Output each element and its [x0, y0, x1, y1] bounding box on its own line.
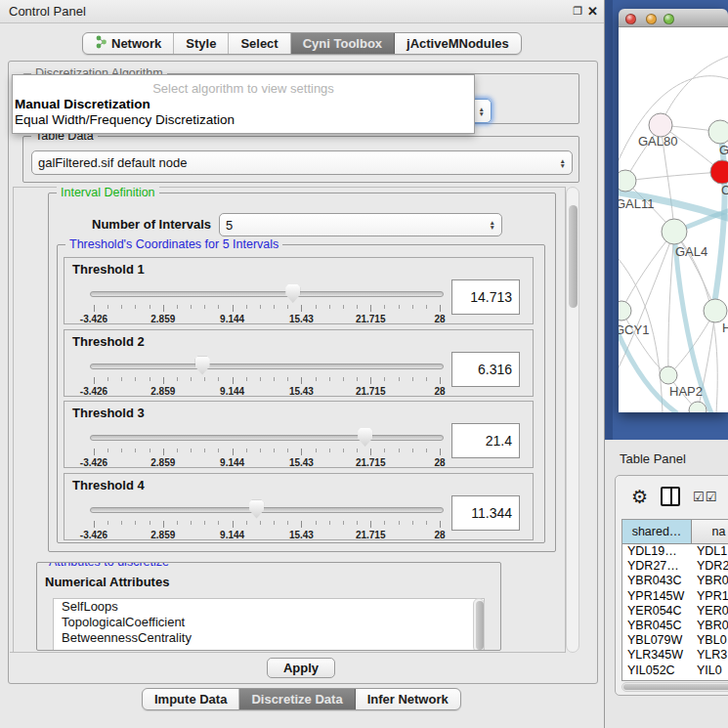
- slider-minor-tick: [246, 377, 247, 381]
- slider-major-tick: [233, 449, 234, 455]
- threshold-slider[interactable]: -3.4262.8599.14415.4321.71528: [90, 283, 444, 324]
- slider-tick-label: 15.43: [289, 386, 314, 397]
- tab-style[interactable]: Style: [174, 33, 229, 54]
- attribute-list-item[interactable]: SelfLoops: [54, 599, 484, 615]
- network-node-red-node[interactable]: [710, 160, 728, 184]
- mac-close-button[interactable]: [625, 14, 636, 24]
- main-vertical-scrollbar[interactable]: [566, 187, 579, 653]
- threshold-label: Threshold 4: [72, 478, 145, 492]
- table-row[interactable]: YDR27…YDR2: [622, 559, 728, 574]
- numerical-attributes-list[interactable]: SelfLoopsTopologicalCoefficientBetweenne…: [53, 598, 485, 651]
- tab-jactivemnodules[interactable]: jActiveMNodules: [395, 33, 521, 54]
- threshold-slider[interactable]: -3.4262.8599.14415.4321.71528: [90, 427, 444, 468]
- cell-shared-name: YDL19…: [622, 544, 692, 559]
- close-panel-icon[interactable]: ✕: [587, 4, 598, 19]
- table-row[interactable]: YER054CYER0: [622, 604, 728, 619]
- attribute-list-item[interactable]: BetweennessCentrality: [54, 630, 484, 646]
- tab-select[interactable]: Select: [229, 33, 290, 54]
- threshold-slider[interactable]: -3.4262.8599.14415.4321.71528: [90, 499, 444, 540]
- slider-thumb[interactable]: [195, 357, 210, 375]
- split-columns-icon[interactable]: [661, 487, 680, 506]
- network-node-node-right-mid[interactable]: [704, 299, 727, 322]
- threshold-value-field[interactable]: 14.713: [451, 279, 520, 315]
- threshold-label: Threshold 3: [72, 406, 145, 420]
- slider-minor-tick: [384, 305, 385, 309]
- cell-name: YPR1: [692, 589, 728, 604]
- tab-label: Style: [186, 36, 216, 51]
- tab-network[interactable]: Network: [83, 33, 174, 54]
- slider-track[interactable]: [90, 507, 444, 513]
- slider-minor-tick: [426, 521, 427, 525]
- slider-track[interactable]: [90, 291, 444, 297]
- number-of-intervals-combobox[interactable]: 5 ▲▼: [219, 213, 502, 236]
- slider-track[interactable]: [90, 364, 444, 369]
- scrollbar-thumb[interactable]: [476, 601, 484, 650]
- slider-minor-tick: [287, 377, 288, 381]
- cell-shared-name: YBR043C: [622, 574, 692, 588]
- mac-zoom-button[interactable]: [664, 14, 674, 24]
- network-node-HAP2[interactable]: [660, 366, 677, 384]
- slider-minor-tick: [135, 449, 136, 452]
- slider-minor-tick: [426, 449, 427, 452]
- table-row[interactable]: YPR145WYPR1: [622, 589, 728, 604]
- network-edge[interactable]: [621, 311, 668, 375]
- scrollbar-thumb[interactable]: [569, 205, 578, 308]
- table-horizontal-scrollbar[interactable]: [621, 682, 728, 692]
- bottom-tab-discretize-data[interactable]: Discretize Data: [239, 689, 355, 709]
- slider-thumb[interactable]: [285, 284, 300, 303]
- network-window-titlebar[interactable]: [619, 9, 728, 27]
- table-data-combobox[interactable]: galFiltered.sif default node ▲▼: [31, 150, 573, 175]
- checkbox-icons[interactable]: ☑☑: [693, 490, 717, 504]
- tab-cyni-toolbox[interactable]: Cyni Toolbox: [291, 33, 395, 54]
- slider-minor-tick: [316, 377, 317, 381]
- table-row[interactable]: YBL079WYBL0: [622, 633, 728, 648]
- network-node-node-top-right[interactable]: [708, 120, 728, 144]
- network-edge[interactable]: [625, 172, 722, 181]
- table-row[interactable]: YBR045CYBR0: [622, 619, 728, 633]
- threshold-value-field[interactable]: 6.316: [451, 352, 520, 387]
- network-node-node-bottom[interactable]: [689, 402, 707, 412]
- slider-major-tick: [94, 305, 95, 312]
- bottom-tab-impute-data[interactable]: Impute Data: [143, 689, 239, 709]
- gear-icon[interactable]: ⚙: [631, 488, 648, 506]
- algorithm-option[interactable]: Manual Discretization: [13, 96, 474, 111]
- column-header-name[interactable]: na: [692, 520, 728, 543]
- slider-track[interactable]: [90, 435, 444, 441]
- column-header-shared-name[interactable]: shared…: [622, 520, 692, 543]
- threshold-value-field[interactable]: 11.344: [451, 495, 520, 531]
- table-row[interactable]: YBR043CYBR0: [622, 574, 728, 588]
- network-canvas[interactable]: GAL80GACGAL11GAL4GCY1HHAP2: [619, 27, 728, 412]
- slider-major-tick: [94, 377, 95, 384]
- scrollbar-thumb[interactable]: [623, 684, 728, 690]
- float-window-icon[interactable]: ❐: [573, 5, 582, 18]
- mac-minimize-button[interactable]: [646, 14, 657, 24]
- slider-minor-tick: [107, 305, 108, 309]
- table-row[interactable]: YLR345WYLR3: [622, 648, 728, 663]
- slider-tick-label: -3.426: [80, 530, 107, 540]
- algorithm-option[interactable]: Equal Width/Frequency Discretization: [13, 111, 474, 127]
- slider-major-tick: [301, 377, 302, 384]
- threshold-value-field[interactable]: 21.4: [451, 423, 520, 458]
- network-node-GAL11[interactable]: [619, 170, 636, 192]
- apply-button[interactable]: Apply: [267, 658, 335, 678]
- table-data-group: Table Data galFiltered.sif default node …: [22, 136, 579, 183]
- network-node-GCY1[interactable]: [619, 301, 631, 321]
- network-edge[interactable]: [713, 132, 725, 311]
- bottom-tab-infer-network[interactable]: Infer Network: [356, 689, 460, 709]
- slider-minor-tick: [121, 377, 122, 381]
- threshold-slider[interactable]: -3.4262.8599.14415.4321.71528: [90, 356, 444, 397]
- thresholds-group: Threshold's Coordinates for 5 Intervals …: [57, 244, 545, 543]
- slider-minor-tick: [135, 521, 136, 525]
- slider-thumb[interactable]: [249, 500, 264, 519]
- network-node-GAL4[interactable]: [662, 219, 687, 244]
- attribute-list-item[interactable]: TopologicalCoefficient: [54, 615, 484, 630]
- network-edge[interactable]: [668, 232, 674, 375]
- panel-title: Control Panel: [9, 4, 86, 19]
- slider-minor-tick: [274, 449, 275, 452]
- table-row[interactable]: YDL19…YDL1: [622, 544, 728, 559]
- tab-label: Cyni Toolbox: [303, 36, 382, 51]
- slider-thumb[interactable]: [358, 428, 372, 447]
- slider-tick-label: 2.859: [150, 386, 175, 397]
- table-row[interactable]: YIL052CYIL0: [622, 664, 728, 678]
- attributes-scrollbar[interactable]: [473, 598, 485, 651]
